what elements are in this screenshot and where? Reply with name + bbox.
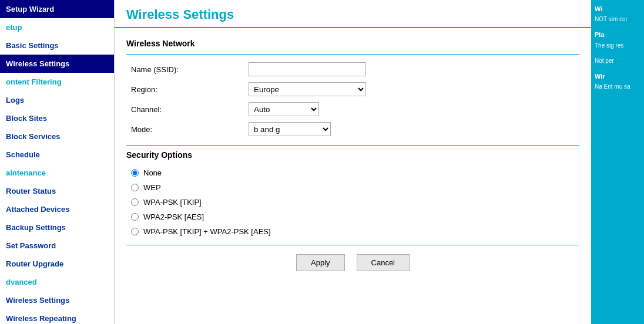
radio-wpa-wpa2: WPA-PSK [TKIP] + WPA2-PSK [AES] [131,224,579,239]
right-panel-section-4: Wir Na Ent mu sa [595,72,640,91]
sidebar-item-setup-wizard[interactable]: Setup Wizard [0,0,114,18]
right-panel: Wi NOT sim cor Pla The sig res Not per W… [591,0,644,324]
ssid-input[interactable] [249,62,366,76]
right-panel-text-3: Not per [595,57,640,65]
radio-wpa-psk-tkip-label[interactable]: WPA-PSK [TKIP] [143,198,202,207]
sidebar-item-basic-settings[interactable]: Basic Settings [0,36,114,55]
ssid-cell [244,59,579,79]
region-label: Region: [126,79,244,99]
right-panel-title-1: Wi [595,5,640,14]
right-panel-text-4: Na Ent mu sa [595,83,640,91]
mode-row: Mode: b and g g only b only n only b, g … [126,119,579,139]
radio-wpa2-psk-aes-label[interactable]: WPA2-PSK [AES] [143,212,204,221]
sidebar-scroll[interactable]: Setup Wizard etup Basic Settings Wireles… [0,0,114,324]
sidebar-item-router-upgrade[interactable]: Router Upgrade [0,255,114,273]
radio-wpa2-psk-aes-input[interactable] [131,213,139,221]
channel-cell: Auto 1 2 3 [244,99,579,119]
divider-middle [126,145,579,146]
sidebar: Setup Wizard etup Basic Settings Wireles… [0,0,115,324]
radio-wpa-wpa2-input[interactable] [131,228,139,235]
sidebar-item-set-password[interactable]: Set Password [0,237,114,255]
sidebar-item-logs[interactable]: Logs [0,91,114,109]
channel-row: Channel: Auto 1 2 3 [126,99,579,119]
right-panel-text-1: NOT sim cor [595,15,640,23]
sidebar-item-etup[interactable]: etup [0,18,114,36]
sidebar-item-schedule[interactable]: Schedule [0,146,114,164]
sidebar-item-block-sites[interactable]: Block Sites [0,109,114,127]
radio-wep: WEP [131,180,579,195]
sidebar-item-advanced[interactable]: dvanced [0,273,114,291]
region-cell: Europe North America Asia Australia Japa… [244,79,579,99]
sidebar-item-maintenance[interactable]: aintenance [0,164,114,182]
ssid-row: Name (SSID): [126,59,579,79]
mode-label: Mode: [126,119,244,139]
sidebar-item-wireless-settings-adv[interactable]: Wireless Settings [0,291,114,309]
page-title: Wireless Settings [115,0,591,28]
radio-wpa-psk-tkip: WPA-PSK [TKIP] [131,195,579,210]
region-row: Region: Europe North America Asia Austra… [126,79,579,99]
divider-top [126,54,579,55]
security-section-title: Security Options [126,150,579,160]
mode-select[interactable]: b and g g only b only n only b, g and n [249,122,331,136]
mode-cell: b and g g only b only n only b, g and n [244,119,579,139]
sidebar-item-content-filtering[interactable]: ontent Filtering [0,73,114,91]
right-panel-section-1: Wi NOT sim cor [595,5,640,23]
security-options: None WEP WPA-PSK [TKIP] WPA2-PSK [AES] W… [126,166,579,239]
main-content: Wireless Settings Wireless Network Name … [115,0,591,324]
right-panel-section-3: Not per [595,57,640,65]
right-panel-section-2: Pla The sig res [595,31,640,49]
ssid-label: Name (SSID): [126,59,244,79]
content-area: Wireless Network Name (SSID): Region: Eu… [115,28,591,324]
sidebar-item-wireless-settings[interactable]: Wireless Settings [0,55,114,73]
radio-none-label[interactable]: None [143,168,162,177]
apply-button[interactable]: Apply [296,254,345,271]
radio-wpa-psk-tkip-input[interactable] [131,198,139,206]
radio-wep-label[interactable]: WEP [143,183,161,192]
button-row: Apply Cancel [126,245,579,277]
sidebar-item-wireless-repeating[interactable]: Wireless Repeating Function [0,309,114,324]
channel-select[interactable]: Auto 1 2 3 [249,102,319,116]
region-select[interactable]: Europe North America Asia Australia Japa… [249,82,366,96]
channel-label: Channel: [126,99,244,119]
radio-wpa-wpa2-label[interactable]: WPA-PSK [TKIP] + WPA2-PSK [AES] [143,227,271,236]
sidebar-item-block-services[interactable]: Block Services [0,127,114,146]
radio-none: None [131,166,579,180]
radio-none-input[interactable] [131,169,139,177]
sidebar-item-attached-devices[interactable]: Attached Devices [0,200,114,218]
cancel-button[interactable]: Cancel [357,254,410,271]
wireless-network-section-title: Wireless Network [126,39,579,48]
right-panel-title-4: Wir [595,72,640,81]
radio-wep-input[interactable] [131,184,139,191]
right-panel-text-2: The sig res [595,42,640,50]
sidebar-item-backup-settings[interactable]: Backup Settings [0,218,114,237]
radio-wpa2-psk-aes: WPA2-PSK [AES] [131,210,579,224]
right-panel-title-2: Pla [595,31,640,39]
wireless-network-form: Name (SSID): Region: Europe North Americ… [126,59,579,139]
sidebar-item-router-status[interactable]: Router Status [0,182,114,200]
